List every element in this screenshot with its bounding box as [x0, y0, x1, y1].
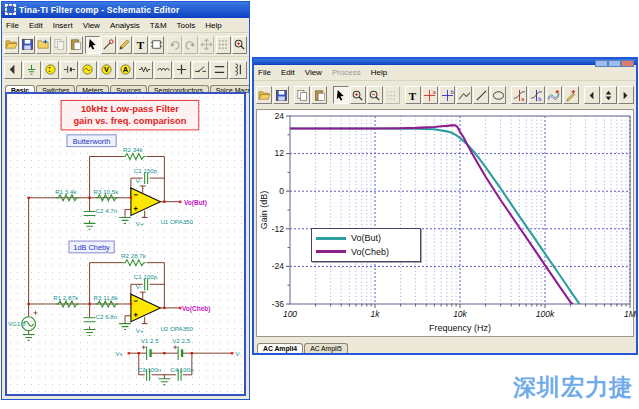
gain-frequency-chart[interactable]: 24120-12-24-361001k10k100k1MFrequency (H… [257, 110, 637, 342]
resistor-icon[interactable] [135, 61, 153, 79]
plot-menubar: FileEditViewProcessHelp [254, 65, 636, 81]
menu-process[interactable]: Process [332, 68, 361, 77]
xcursor-a-icon[interactable]: a [511, 86, 527, 104]
nav-spin-icon[interactable] [601, 86, 617, 104]
menu-help[interactable]: Help [205, 21, 221, 30]
tab-ac-ampli5[interactable]: AC Ampli5 [304, 343, 348, 353]
menu-tools[interactable]: Tools [177, 21, 196, 30]
grid-icon[interactable] [216, 36, 231, 54]
xcursor-b-icon[interactable]: b [528, 86, 544, 104]
tab-ac-ampli4[interactable]: AC Ampli4 [257, 343, 303, 353]
series-Vo(Cheb) [290, 125, 574, 305]
svg-text:C2 6.8n: C2 6.8n [96, 313, 118, 320]
paste-icon[interactable] [68, 36, 83, 54]
cheby-label[interactable]: 1dB Cheby [69, 241, 114, 253]
voltmeter-icon[interactable]: V [98, 61, 116, 79]
svg-text:b: b [450, 89, 453, 95]
node-plus-icon[interactable] [173, 61, 191, 79]
cursor-b-icon[interactable]: b [439, 86, 455, 104]
supply-rail[interactable]: V+ V- V1 2.5 V2 2.5 C3 100n C4 100n [115, 337, 241, 384]
nav-right-icon[interactable] [618, 86, 634, 104]
toolbar-separator [328, 86, 331, 104]
svg-text:Vo(But): Vo(But) [184, 199, 207, 207]
scroll-left-icon[interactable] [4, 61, 22, 79]
menu-view[interactable]: View [83, 21, 100, 30]
svg-text:C1 100p: C1 100p [134, 273, 158, 280]
pen-icon[interactable] [117, 36, 132, 54]
add-curves-icon[interactable] [546, 86, 562, 104]
zoom-out-icon[interactable] [367, 86, 383, 104]
move-icon[interactable] [199, 36, 214, 54]
schematic-titlebar[interactable]: Tina-TI Filter comp - Schematic Editor [2, 2, 249, 18]
save-icon[interactable] [20, 36, 35, 54]
toolbar-separator [290, 86, 293, 104]
plot-titlebar[interactable] [254, 59, 636, 65]
switch-icon[interactable] [192, 61, 210, 79]
butterworth-label[interactable]: Butterworth [67, 135, 116, 147]
svg-text:10kHz Low-pass Filter: 10kHz Low-pass Filter [81, 104, 179, 114]
close-button[interactable] [621, 60, 634, 67]
redo-icon[interactable] [183, 36, 198, 54]
svg-text:10k: 10k [453, 309, 467, 319]
schematic-canvas[interactable]: 10kHz Low-pass Filter gain vs. freq. com… [5, 92, 246, 396]
menu-tm[interactable]: T&M [150, 21, 167, 30]
select-icon[interactable] [333, 86, 349, 104]
nav-left-icon[interactable] [584, 86, 600, 104]
macro-icon[interactable] [149, 36, 164, 54]
text-icon[interactable]: T [133, 36, 148, 54]
menu-edit[interactable]: Edit [29, 21, 43, 30]
chart-legend[interactable]: Vo(But)Vo(Cheb) [311, 228, 421, 262]
svg-text:V-: V- [235, 350, 241, 357]
ammeter-icon[interactable]: A [117, 61, 135, 79]
menu-file[interactable]: File [258, 68, 271, 77]
openfile-icon[interactable] [36, 36, 51, 54]
menu-analysis[interactable]: Analysis [110, 21, 140, 30]
maximize-button[interactable] [608, 60, 621, 67]
grid-icon[interactable] [384, 86, 400, 104]
svg-text:T: T [137, 39, 145, 51]
menu-insert[interactable]: Insert [53, 21, 73, 30]
save-icon[interactable] [273, 86, 289, 104]
zoom-icon[interactable] [232, 36, 247, 54]
toolbar-separator [580, 86, 583, 104]
minimize-button[interactable] [595, 60, 608, 67]
voltage-source-icon[interactable] [42, 61, 60, 79]
menu-edit[interactable]: Edit [281, 68, 295, 77]
signal-generator-vg1[interactable]: VG1 0 [8, 197, 38, 341]
menu-view[interactable]: View [305, 68, 322, 77]
svg-text:12: 12 [275, 148, 285, 158]
ground-icon[interactable] [23, 61, 41, 79]
copy-icon[interactable] [52, 36, 67, 54]
battery-icon[interactable] [60, 61, 78, 79]
ellipse-icon[interactable] [490, 86, 506, 104]
coil-icon[interactable] [229, 61, 247, 79]
text-icon[interactable]: T [405, 86, 421, 104]
select-icon[interactable] [85, 36, 100, 54]
cursor-a-icon[interactable]: a [422, 86, 438, 104]
paste-icon[interactable] [311, 86, 327, 104]
line-icon[interactable] [473, 86, 489, 104]
svg-text:1M: 1M [624, 309, 637, 319]
open-icon[interactable] [4, 36, 19, 54]
menu-file[interactable]: File [6, 21, 19, 30]
open-icon[interactable] [256, 86, 272, 104]
roof-icon[interactable] [456, 86, 472, 104]
svg-text:V2 2.5: V2 2.5 [172, 337, 190, 344]
cheby-stage[interactable]: R1 2.87k R3 11.8k R2 28.7k C1 100p C2 6.… [29, 252, 211, 336]
edit-pen-icon[interactable] [563, 86, 579, 104]
legend-entry: Vo(But) [316, 233, 416, 243]
copy-icon[interactable] [294, 86, 310, 104]
annotation-box[interactable]: 10kHz Low-pass Filter gain vs. freq. com… [61, 100, 199, 130]
butterworth-stage[interactable]: R1 3.4k R3 10.5k R2 34k C1 150p C2 4.7n … [29, 146, 207, 230]
zoom-in-icon[interactable] [350, 86, 366, 104]
svg-text:R3 11.8k: R3 11.8k [94, 294, 119, 301]
undo-icon[interactable] [167, 36, 182, 54]
relay-icon[interactable] [210, 61, 228, 79]
svg-text:V+: V+ [136, 220, 144, 227]
generator-icon[interactable] [79, 61, 97, 79]
probe-icon[interactable] [101, 36, 116, 54]
svg-text:-24: -24 [272, 261, 285, 271]
inductor-icon[interactable] [154, 61, 172, 79]
toolbar-separator [507, 86, 510, 104]
menu-help[interactable]: Help [371, 68, 387, 77]
